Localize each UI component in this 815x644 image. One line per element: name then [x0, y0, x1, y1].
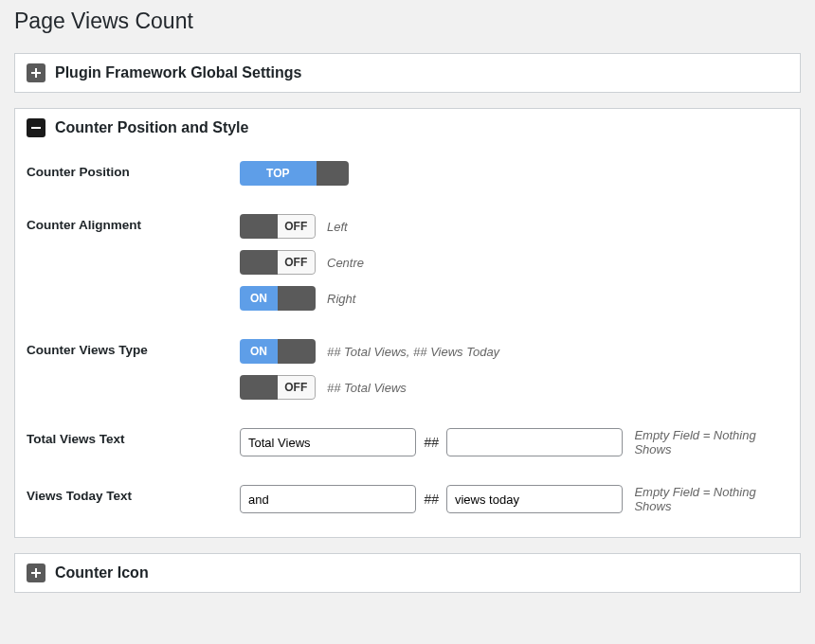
toggle-views-type-both[interactable]: ON	[240, 339, 316, 364]
svg-rect-2	[31, 127, 41, 129]
panel-header-global[interactable]: Plugin Framework Global Settings	[15, 54, 800, 92]
panel-header-counter[interactable]: Counter Position and Style	[15, 109, 800, 147]
setting-counter-alignment: Counter Alignment OFF Left OFF Centre	[27, 214, 788, 311]
option-views-total: ## Total Views	[327, 381, 407, 395]
option-right: Right	[327, 292, 355, 306]
label-counter-position: Counter Position	[27, 161, 240, 179]
panel-counter-icon: Counter Icon	[14, 553, 801, 593]
option-left: Left	[327, 220, 348, 234]
option-views-both: ## Total Views, ## Views Today	[327, 345, 499, 359]
panel-title-global: Plugin Framework Global Settings	[55, 64, 301, 81]
collapse-icon	[27, 118, 45, 137]
label-total-views-text: Total Views Text	[27, 428, 240, 446]
hint-total-views: Empty Field = Nothing Shows	[634, 428, 788, 456]
toggle-knob	[278, 339, 316, 364]
expand-icon	[27, 63, 45, 82]
label-views-today-text: Views Today Text	[27, 485, 240, 503]
toggle-knob	[240, 214, 278, 239]
panel-title-icon: Counter Icon	[55, 564, 149, 581]
svg-rect-4	[31, 572, 41, 574]
toggle-align-right[interactable]: ON	[240, 286, 316, 311]
toggle-counter-position[interactable]: TOP	[240, 161, 349, 186]
toggle-on-label: ON	[240, 286, 278, 311]
toggle-knob	[240, 375, 278, 400]
panel-counter-position-style: Counter Position and Style Counter Posit…	[14, 108, 801, 538]
hint-views-today: Empty Field = Nothing Shows	[634, 485, 788, 513]
expand-icon	[27, 564, 45, 582]
input-views-today-after[interactable]	[446, 485, 623, 513]
setting-counter-position: Counter Position TOP	[27, 161, 788, 186]
page-title: Page Views Count	[0, 0, 815, 53]
input-views-today-before[interactable]	[240, 485, 416, 513]
svg-rect-1	[31, 72, 41, 74]
panel-title-counter: Counter Position and Style	[55, 119, 248, 136]
toggle-off-label: OFF	[278, 375, 317, 400]
setting-counter-views-type: Counter Views Type ON ## Total Views, ##…	[27, 339, 788, 400]
separator-hash: ##	[424, 435, 439, 450]
toggle-knob	[278, 286, 316, 311]
label-counter-alignment: Counter Alignment	[27, 214, 240, 232]
label-counter-views-type: Counter Views Type	[27, 339, 240, 357]
toggle-knob	[240, 250, 278, 275]
toggle-top-label: TOP	[240, 161, 317, 186]
input-total-views-before[interactable]	[240, 428, 416, 456]
toggle-off-label: OFF	[278, 214, 317, 239]
toggle-on-label: ON	[240, 339, 278, 364]
setting-total-views-text: Total Views Text ## Empty Field = Nothin…	[27, 428, 788, 456]
toggle-align-left[interactable]: OFF	[240, 214, 316, 239]
separator-hash: ##	[424, 492, 439, 507]
panel-body-counter: Counter Position TOP Counter Alignment O…	[15, 147, 800, 537]
toggle-knob	[317, 161, 350, 186]
input-total-views-after[interactable]	[446, 428, 623, 456]
option-centre: Centre	[327, 256, 364, 270]
panel-header-icon[interactable]: Counter Icon	[15, 554, 800, 592]
toggle-off-label: OFF	[278, 250, 317, 275]
setting-views-today-text: Views Today Text ## Empty Field = Nothin…	[27, 485, 788, 513]
toggle-views-type-total[interactable]: OFF	[240, 375, 316, 400]
toggle-align-centre[interactable]: OFF	[240, 250, 316, 275]
panel-global-settings: Plugin Framework Global Settings	[14, 53, 801, 93]
